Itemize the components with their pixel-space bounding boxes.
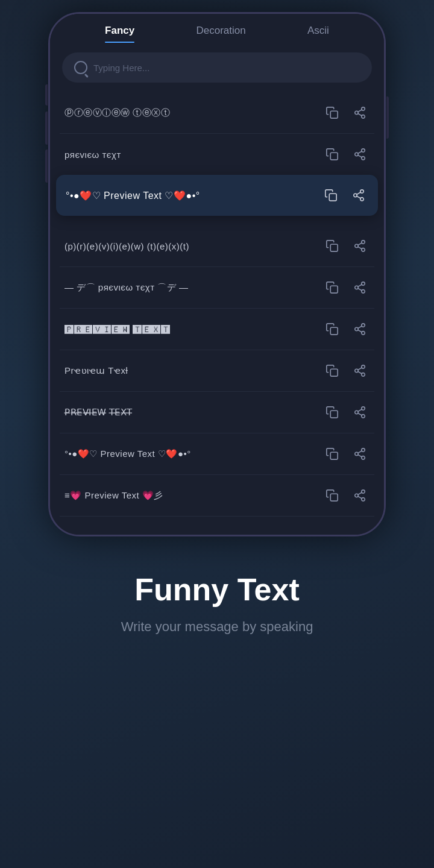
item-text: ⓟⓡⓔⓥⓘⓔⓦ ⓣⓔⓧⓣ [64,107,322,119]
list-item: (p)(r)(e)(v)(i)(e)(w) (t)(e)(x)(t) [60,225,374,267]
copy-button[interactable] [322,236,342,256]
copy-button[interactable] [322,278,342,297]
svg-line-58 [358,496,362,498]
copy-button[interactable] [322,361,342,380]
side-button-right [386,96,389,139]
item-actions [322,278,370,297]
svg-line-11 [358,151,362,154]
marketing-subtitle: Write your message by speaking [24,617,410,637]
item-text: (p)(r)(e)(v)(i)(e)(w) (t)(e)(x)(t) [64,241,322,251]
svg-rect-6 [330,153,338,160]
svg-line-23 [358,243,362,245]
svg-rect-0 [330,111,338,118]
share-button[interactable] [350,145,370,164]
list-item: 🅿🆁🅴🆅🅸🅴🆆 🆃🅴🆇🆃 [60,309,374,350]
copy-button[interactable] [322,145,342,164]
item-text: pяєvιєω тєχт [64,149,322,160]
svg-line-29 [358,285,362,287]
tab-fancy[interactable]: Fancy [105,25,134,43]
list-item: P̶R̶E̶V̶I̶E̶W̶ T̶E̶X̶T̶ [60,392,374,433]
list-item: °•●❤️♡ Preview Text ♡❤️●•° [60,433,374,475]
share-button[interactable] [350,444,370,464]
copy-button[interactable] [322,319,342,339]
item-text: °•●❤️♡ Preview Text ♡❤️●•° [64,448,322,459]
phone-outer: Fancy Decoration Ascii Typing Here... [48,0,386,536]
marketing-title: Funny Text [24,573,410,607]
svg-line-5 [358,110,362,112]
highlighted-row: °•●❤️♡ Preview Text ♡❤️●•° [56,175,378,216]
list-top: ⓟⓡⓔⓥⓘⓔⓦ ⓣⓔⓧⓣ pяєvιєω тєχт [50,92,384,175]
svg-line-47 [358,409,362,412]
share-button[interactable] [349,186,368,205]
svg-line-46 [358,413,362,415]
item-actions [322,236,370,256]
share-button[interactable] [350,319,370,339]
search-placeholder: Typing Here... [93,63,149,73]
highlighted-text: °•●❤️♡ Preview Text ♡❤️●•° [66,190,321,201]
copy-button[interactable] [321,186,341,205]
copy-button[interactable] [322,403,342,422]
svg-line-34 [358,330,362,332]
svg-line-16 [357,196,360,198]
item-text: ≡💗 Preview Text 💗彡 [64,490,322,502]
copy-button[interactable] [322,486,342,505]
share-button[interactable] [350,236,370,256]
item-text: Prҽʋιҽɯ Tҽxƚ [64,365,322,376]
svg-rect-30 [330,327,338,335]
list-item: — デ⌒ pяєvιєω тєχт ⌒デ — [60,267,374,309]
list-item: pяєvιєω тєχт [60,134,374,175]
search-bar[interactable]: Typing Here... [62,52,372,83]
item-actions [322,486,370,505]
svg-line-53 [358,451,362,453]
svg-rect-36 [330,369,338,376]
item-actions [321,186,368,205]
item-actions [322,145,370,164]
item-actions [322,361,370,380]
tabs-bar: Fancy Decoration Ascii [50,14,384,43]
svg-line-40 [358,371,362,374]
side-button-left-2 [45,112,48,145]
copy-button[interactable] [322,444,342,464]
list-item: ≡💗 Preview Text 💗彡 [60,475,374,517]
item-text: P̶R̶E̶V̶I̶E̶W̶ T̶E̶X̶T̶ [64,407,322,418]
svg-rect-12 [329,193,336,201]
svg-line-10 [358,155,362,157]
item-text: 🅿🆁🅴🆅🅸🅴🆆 🆃🅴🆇🆃 [64,324,322,335]
svg-rect-54 [330,494,338,501]
svg-line-17 [357,192,360,195]
list-item: ⓟⓡⓔⓥⓘⓔⓦ ⓣⓔⓧⓣ [60,92,374,134]
tab-ascii[interactable]: Ascii [307,25,329,43]
phone-frame: Fancy Decoration Ascii Typing Here... [48,12,386,536]
item-actions [322,103,370,122]
tab-decoration[interactable]: Decoration [196,25,245,43]
item-text: — デ⌒ pяєvιєω тєχт ⌒デ — [64,282,322,294]
phone-screen: Fancy Decoration Ascii Typing Here... [50,14,384,535]
share-button[interactable] [350,361,370,380]
svg-line-28 [358,288,362,291]
share-button[interactable] [350,103,370,122]
svg-line-41 [358,368,362,370]
svg-line-59 [358,492,362,495]
search-icon [74,61,87,74]
side-button-left-3 [45,149,48,183]
svg-line-35 [358,326,362,329]
svg-rect-42 [330,410,338,418]
item-actions [322,403,370,422]
svg-line-52 [358,454,362,457]
svg-rect-18 [330,244,338,251]
list-bottom: (p)(r)(e)(v)(i)(e)(w) (t)(e)(x)(t) — デ⌒ … [50,225,384,535]
item-actions [322,319,370,339]
svg-line-4 [358,113,362,116]
marketing-section: Funny Text Write your message by speakin… [0,536,434,661]
copy-button[interactable] [322,103,342,122]
share-button[interactable] [350,403,370,422]
list-item: Prҽʋιҽɯ Tҽxƚ [60,350,374,392]
side-button-left-1 [45,84,48,105]
item-actions [322,444,370,464]
share-button[interactable] [350,278,370,297]
share-button[interactable] [350,486,370,505]
svg-rect-48 [330,452,338,459]
svg-rect-24 [330,286,338,293]
svg-line-22 [358,247,362,249]
